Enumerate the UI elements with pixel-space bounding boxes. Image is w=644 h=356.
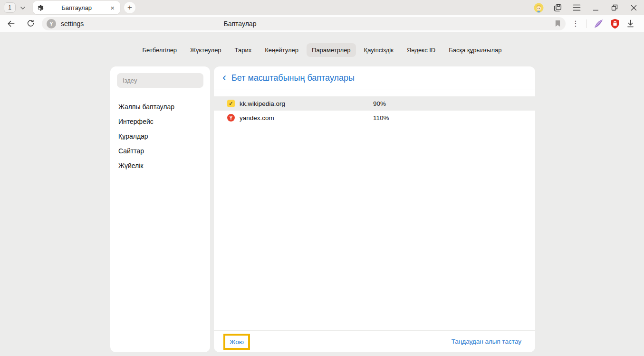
reload-button[interactable]: [26, 19, 35, 28]
search-input[interactable]: [117, 73, 203, 88]
minimize-icon: [593, 5, 599, 11]
tab-list-dropdown-button[interactable]: [16, 1, 30, 14]
yandex-site-icon: Y: [47, 19, 56, 28]
gear-icon: [37, 4, 44, 11]
restore-window-icon: [611, 4, 618, 11]
checkbox-checked-icon[interactable]: ✓: [227, 100, 235, 107]
sidebar-item-general[interactable]: Жалпы баптаулар: [117, 100, 203, 114]
window-minimize-button[interactable]: [586, 0, 605, 15]
toolbar-divider: [586, 19, 586, 28]
settings-nav-tabs: Бетбелгілер Жүктеулер Тарих Кеңейтулер П…: [0, 32, 644, 57]
site-name: kk.wikipedia.org: [240, 100, 373, 107]
new-tab-button[interactable]: +: [124, 2, 135, 13]
back-chevron-icon[interactable]: ‹: [222, 73, 226, 82]
page-title: Баптаулар: [224, 20, 257, 28]
nav-tab-bookmarks[interactable]: Бетбелгілер: [137, 43, 182, 57]
browser-toolbar: Y settings Баптаулар ⋮: [0, 15, 644, 32]
nav-tab-downloads[interactable]: Жүктеулер: [185, 43, 227, 57]
nav-tab-history[interactable]: Тарих: [230, 43, 257, 57]
bookmark-flag-icon: [555, 20, 561, 27]
sidebar-item-interface[interactable]: Интерфейс: [117, 114, 203, 129]
nav-tab-other-devices[interactable]: Басқа құрылғылар: [443, 43, 507, 57]
all-tabs-button[interactable]: [548, 0, 567, 15]
nav-tab-security[interactable]: Қауіпсіздік: [359, 43, 399, 57]
action-highlight-box: Жою: [223, 334, 250, 350]
avatar-icon: [534, 3, 544, 13]
window-close-button[interactable]: [624, 0, 643, 15]
sidebar-item-system[interactable]: Жүйелік: [117, 159, 203, 173]
download-icon: [626, 19, 634, 28]
close-window-icon: [631, 5, 637, 11]
page-zoom-settings-panel: ‹ Бет масштабының баптаулары ✓ kk.wikipe…: [214, 66, 535, 352]
shield-lock-icon: [610, 19, 620, 29]
feather-icon: [593, 19, 604, 29]
panel-footer: Жою Таңдаудан алып тастау: [214, 330, 535, 352]
reload-icon: [27, 19, 35, 28]
tab-counter-button[interactable]: 1: [4, 2, 16, 13]
yandex-pen-extension-button[interactable]: [593, 19, 604, 29]
tab-title: Баптаулар: [44, 4, 109, 11]
yandex-favicon: Y: [227, 114, 235, 122]
sidebar-item-sites[interactable]: Сайттар: [117, 144, 203, 158]
chevron-down-icon: [20, 3, 26, 12]
site-zoom-list: ✓ kk.wikipedia.org 90% Y yandex.com 110%: [214, 90, 535, 125]
nav-tab-yandex-id[interactable]: Яндекс ID: [402, 43, 441, 57]
browser-tab-settings[interactable]: Баптаулар ×: [33, 1, 120, 14]
nav-tab-extensions[interactable]: Кеңейтулер: [260, 43, 304, 57]
back-arrow-icon: [7, 19, 15, 28]
tab-close-icon[interactable]: ×: [109, 3, 116, 12]
sidebar-item-tools[interactable]: Құралдар: [117, 129, 203, 143]
settings-page: Бетбелгілер Жүктеулер Тарих Кеңейтулер П…: [0, 32, 644, 356]
address-bar[interactable]: Y settings Баптаулар: [42, 17, 566, 30]
site-zoom-value: 110%: [373, 114, 389, 122]
nav-tab-settings[interactable]: Параметрлер: [307, 43, 356, 57]
bookmark-button[interactable]: [555, 20, 561, 27]
delete-button[interactable]: Жою: [230, 338, 244, 346]
tab-panels-icon: [553, 3, 562, 12]
site-name: yandex.com: [240, 114, 373, 122]
panel-title[interactable]: Бет масштабының баптаулары: [231, 73, 355, 83]
tab-bar: 1 Баптаулар × +: [0, 0, 644, 15]
site-row-wikipedia[interactable]: ✓ kk.wikipedia.org 90%: [214, 96, 535, 111]
deselect-all-button[interactable]: Таңдаудан алып тастау: [452, 338, 521, 345]
site-row-yandex[interactable]: Y yandex.com 110%: [214, 111, 535, 125]
more-options-button[interactable]: ⋮: [572, 20, 579, 28]
window-restore-button[interactable]: [605, 0, 624, 15]
protect-security-button[interactable]: [610, 19, 620, 29]
back-button[interactable]: [7, 19, 15, 28]
profile-avatar[interactable]: [529, 0, 548, 15]
site-zoom-value: 90%: [373, 100, 386, 107]
url-text[interactable]: settings: [61, 20, 84, 28]
settings-sidebar: Жалпы баптаулар Интерфейс Құралдар Сайтт…: [110, 66, 210, 352]
svg-text:Y: Y: [229, 115, 232, 121]
downloads-button[interactable]: [626, 19, 634, 28]
browser-menu-button[interactable]: [567, 0, 586, 15]
panel-header: ‹ Бет масштабының баптаулары: [214, 66, 535, 90]
hamburger-menu-icon: [573, 4, 581, 11]
